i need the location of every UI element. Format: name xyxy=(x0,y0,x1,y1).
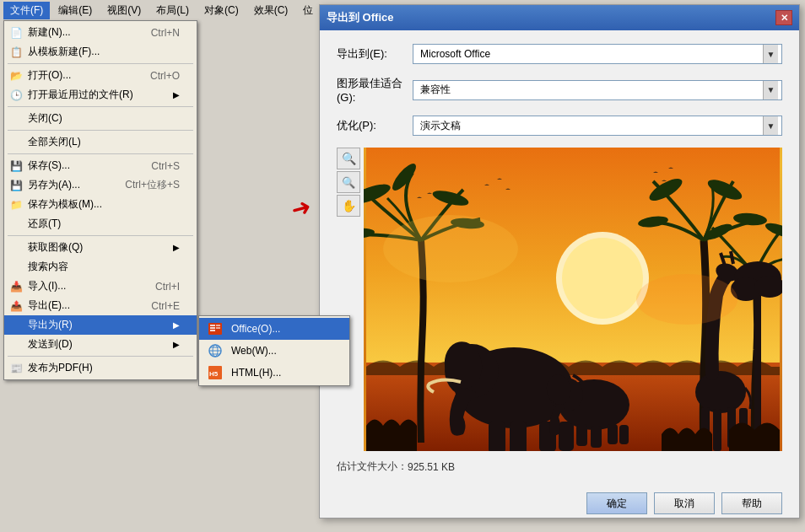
best-fit-row: 图形最佳适合(G): 兼容性 ▼ xyxy=(337,76,782,104)
file-size-value: 925.51 KB xyxy=(408,461,455,473)
menu-effects[interactable]: 效果(C) xyxy=(247,2,295,19)
menu-save-template[interactable]: 📁 保存为模板(M)... xyxy=(4,195,197,214)
svg-point-55 xyxy=(636,274,737,325)
export-to-select[interactable]: Microsoft Office ▼ xyxy=(413,44,782,64)
dialog-ok-button[interactable]: 确定 xyxy=(586,492,647,514)
menu-new-template[interactable]: 📋 从模板新建(F)... xyxy=(4,42,197,62)
submenu-web[interactable]: Web(W)... xyxy=(199,340,349,362)
menu-new-shortcut: Ctrl+N xyxy=(134,27,180,39)
menu-layout[interactable]: 布局(L) xyxy=(149,2,196,19)
sep-3 xyxy=(8,130,193,131)
zoom-out-button[interactable]: 🔍 xyxy=(337,171,360,193)
optimize-dropdown-arrow[interactable]: ▼ xyxy=(763,116,778,135)
menu-import[interactable]: 📥 导入(I)... Ctrl+I xyxy=(4,277,197,296)
sep-2 xyxy=(8,106,193,107)
menu-publish-pdf[interactable]: 📰 发布为PDF(H) xyxy=(4,358,197,378)
optimize-row: 优化(P): 演示文稿 ▼ xyxy=(337,116,782,136)
file-size-row: 估计文件大小： 925.51 KB xyxy=(337,459,782,474)
submenu-html-label: HTML(H)... xyxy=(231,367,281,379)
menu-acquire-label: 获取图像(Q) xyxy=(28,240,83,255)
dialog-body: 导出到(E): Microsoft Office ▼ 图形最佳适合(G): 兼容… xyxy=(320,30,799,532)
dialog-help-button[interactable]: 帮助 xyxy=(721,492,782,514)
save-icon: 💾 xyxy=(8,159,24,173)
import-icon: 📥 xyxy=(8,280,24,293)
menu-close-all[interactable]: 全部关闭(L) xyxy=(4,132,197,152)
menu-save-shortcut: Ctrl+S xyxy=(134,160,180,172)
svg-point-42 xyxy=(695,371,746,413)
menu-save-as-label: 另存为(A)... xyxy=(28,178,80,192)
export-as-submenu: Office(O)... Web(W)... xyxy=(198,315,350,386)
dialog-cancel-button[interactable]: 取消 xyxy=(654,492,715,514)
menu-recent[interactable]: 🕒 打开最近用过的文件(R) ▶ xyxy=(4,85,197,105)
submenu-html[interactable]: H5 HTML(H)... xyxy=(199,362,349,384)
menu-send-to-label: 发送到(D) xyxy=(28,337,73,352)
acquire-arrow: ▶ xyxy=(173,243,180,252)
dialog-title: 导出到 Office xyxy=(327,10,393,25)
best-fit-value: 兼容性 xyxy=(417,83,763,97)
save-as-icon: 💾 xyxy=(8,179,24,192)
preview-toolbar: 🔍 🔍 ✋ xyxy=(337,148,364,451)
best-fit-dropdown-arrow[interactable]: ▼ xyxy=(763,81,778,99)
menu-search-label: 搜索内容 xyxy=(28,260,68,274)
menu-new-label: 新建(N)... xyxy=(28,25,71,40)
sep-5 xyxy=(8,235,193,236)
html-icon: H5 xyxy=(206,365,224,380)
pan-button[interactable]: ✋ xyxy=(337,195,360,217)
zoom-out-icon: 🔍 xyxy=(342,176,355,189)
dialog-titlebar: 导出到 Office ✕ xyxy=(320,5,799,30)
svg-rect-2 xyxy=(210,327,215,329)
menu-new[interactable]: 📄 新建(N)... Ctrl+N xyxy=(4,23,197,42)
menubar: 文件(F) 编辑(E) 视图(V) 布局(L) 对象(C) 效果(C) 位 xyxy=(0,0,321,20)
menu-save[interactable]: 💾 保存(S)... Ctrl+S xyxy=(4,156,197,175)
menu-acquire[interactable]: 获取图像(Q) ▶ xyxy=(4,238,197,257)
menu-save-as-shortcut: Ctrl+位移+S xyxy=(108,178,180,192)
menu-export-as[interactable]: 导出为(R) ▶ Office(O)... xyxy=(4,315,197,335)
menu-revert[interactable]: 还原(T) xyxy=(4,214,197,234)
svg-rect-3 xyxy=(210,330,215,331)
menu-file[interactable]: 文件(F) xyxy=(3,2,50,19)
recent-icon: 🕒 xyxy=(8,89,24,102)
dialog-close-button[interactable]: ✕ xyxy=(775,10,792,25)
menu-close-label: 关闭(C) xyxy=(28,111,62,126)
best-fit-select[interactable]: 兼容性 ▼ xyxy=(413,80,782,100)
dialog-buttons: 确定 取消 帮助 xyxy=(337,486,782,521)
menu-close[interactable]: 关闭(C) xyxy=(4,109,197,128)
menu-save-as[interactable]: 💾 另存为(A)... Ctrl+位移+S xyxy=(4,175,197,195)
publish-pdf-icon: 📰 xyxy=(8,362,24,375)
svg-rect-5 xyxy=(216,327,220,329)
svg-rect-31 xyxy=(489,422,505,451)
optimize-value: 演示文稿 xyxy=(417,119,763,133)
menu-search[interactable]: 搜索内容 xyxy=(4,257,197,277)
svg-rect-41 xyxy=(619,425,629,444)
svg-rect-38 xyxy=(576,424,587,446)
menu-position[interactable]: 位 xyxy=(296,2,320,19)
preview-area: 🔍 🔍 ✋ xyxy=(337,148,782,451)
sep-1 xyxy=(8,63,193,64)
menu-revert-label: 还原(T) xyxy=(28,217,61,231)
submenu-office[interactable]: Office(O)... xyxy=(199,318,349,340)
optimize-select[interactable]: 演示文稿 ▼ xyxy=(413,116,782,136)
menu-export[interactable]: 📤 导出(E)... Ctrl+E xyxy=(4,296,197,315)
menu-object[interactable]: 对象(C) xyxy=(197,2,246,19)
office-icon xyxy=(206,321,224,336)
preview-image xyxy=(364,148,782,451)
menu-edit[interactable]: 编辑(E) xyxy=(51,2,99,19)
save-template-icon: 📁 xyxy=(8,198,24,212)
svg-rect-32 xyxy=(510,422,527,451)
pan-icon: ✋ xyxy=(342,199,356,212)
menu-export-as-label: 导出为(R) xyxy=(28,318,73,332)
recent-arrow: ▶ xyxy=(173,90,180,99)
menu-open[interactable]: 📂 打开(O)... Ctrl+O xyxy=(4,66,197,85)
zoom-in-button[interactable]: 🔍 xyxy=(337,148,360,169)
menu-view[interactable]: 视图(V) xyxy=(100,2,148,19)
menu-import-shortcut: Ctrl+I xyxy=(138,281,180,293)
svg-rect-39 xyxy=(591,426,602,448)
optimize-label: 优化(P): xyxy=(337,118,404,133)
zoom-in-icon: 🔍 xyxy=(342,152,356,165)
export-to-dropdown-arrow[interactable]: ▼ xyxy=(763,45,778,63)
svg-text:H5: H5 xyxy=(209,370,219,378)
file-menu-dropdown: 📄 新建(N)... Ctrl+N 📋 从模板新建(F)... 📂 打开(O).… xyxy=(3,20,197,380)
menu-send-to[interactable]: 发送到(D) ▶ xyxy=(4,335,197,354)
svg-rect-47 xyxy=(713,409,721,451)
menu-open-shortcut: Ctrl+O xyxy=(133,70,180,82)
